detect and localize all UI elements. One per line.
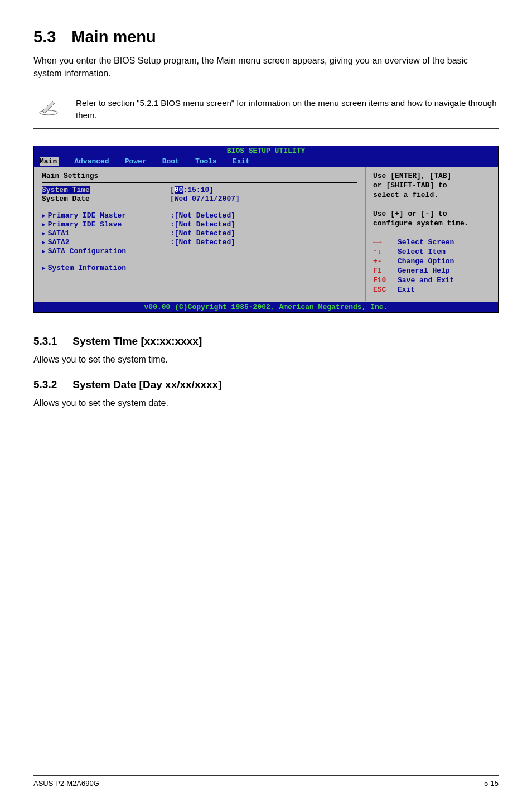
- section-title: Main menu: [71, 28, 156, 46]
- bios-item: ▶SATA2:[Not Detected]: [42, 238, 357, 247]
- bios-menu-tools: Tools: [195, 157, 217, 166]
- bios-panel-title: Main Settings: [42, 172, 357, 180]
- bios-footer: v00.00 (C)Copyright 1985-2002, American …: [34, 301, 498, 312]
- bios-main-panel: Main Settings System Time [00:15:10] Sys…: [34, 167, 365, 301]
- bios-menu-advanced: Advanced: [74, 157, 109, 166]
- bios-title-bar: BIOS SETUP UTILITY: [34, 146, 498, 156]
- pencil-note-icon: [38, 97, 59, 117]
- system-time-label: System Time: [42, 186, 90, 194]
- bios-item: ▶SATA Configuration: [42, 247, 357, 255]
- subsection-body: Allows you to set the system time.: [33, 353, 499, 366]
- bios-menu-exit: Exit: [233, 157, 250, 166]
- triangle-icon: ▶: [42, 230, 46, 237]
- bios-item: ▶Primary IDE Master:[Not Detected]: [42, 211, 357, 220]
- subsection-body: Allows you to set the system date.: [33, 397, 499, 410]
- system-time-value: [00:15:10]: [170, 186, 214, 194]
- key-f10: F10: [373, 276, 398, 284]
- bios-screenshot: BIOS SETUP UTILITY Main Advanced Power B…: [33, 146, 499, 313]
- bios-help-text: Use [ENTER], [TAB] or [SHIFT-TAB] to sel…: [373, 172, 491, 229]
- bios-help-panel: Use [ENTER], [TAB] or [SHIFT-TAB] to sel…: [365, 167, 498, 301]
- key-arrows-lr-icon: ←→: [373, 238, 398, 247]
- bios-item: ▶Primary IDE Slave:[Not Detected]: [42, 220, 357, 229]
- bios-title: BIOS SETUP UTILITY: [227, 147, 305, 155]
- subsection-heading: 5.3.1System Time [xx:xx:xxxx]: [33, 335, 499, 347]
- triangle-icon: ▶: [42, 221, 46, 228]
- key-esc: ESC: [373, 286, 398, 294]
- bios-help-keys: ←→Select Screen ↑↓Select Item +-Change O…: [373, 238, 491, 294]
- bios-item: ▶SATA1:[Not Detected]: [42, 229, 357, 238]
- bios-row-system-date: System Date [Wed 07/11/2007]: [42, 195, 357, 203]
- key-f1: F1: [373, 267, 398, 275]
- triangle-icon: ▶: [42, 248, 46, 255]
- key-arrows-ud-icon: ↑↓: [373, 248, 398, 256]
- triangle-icon: ▶: [42, 212, 46, 219]
- intro-paragraph: When you enter the BIOS Setup program, t…: [33, 54, 499, 80]
- triangle-icon: ▶: [42, 265, 46, 272]
- system-date-label: System Date: [42, 195, 170, 203]
- note-text: Refer to section "5.2.1 BIOS menu screen…: [76, 97, 499, 122]
- section-number: 5.3: [33, 28, 56, 46]
- subsection-title: System Date [Day xx/xx/xxxx]: [72, 379, 221, 390]
- note-callout: Refer to section "5.2.1 BIOS menu screen…: [33, 91, 499, 129]
- key-plusminus-icon: +-: [373, 257, 398, 265]
- bios-item: ▶System Information: [42, 264, 357, 272]
- bios-body: Main Settings System Time [00:15:10] Sys…: [34, 167, 498, 301]
- bios-menu-power: Power: [125, 157, 147, 166]
- section-heading: 5.3Main menu: [33, 28, 499, 46]
- bios-menu-boot: Boot: [162, 157, 180, 166]
- subsection-heading: 5.3.2System Date [Day xx/xx/xxxx]: [33, 379, 499, 391]
- bios-row-system-time: System Time [00:15:10]: [42, 186, 357, 194]
- system-date-value: [Wed 07/11/2007]: [170, 195, 240, 203]
- subsection-title: System Time [xx:xx:xxxx]: [72, 335, 202, 347]
- subsection-number: 5.3.2: [33, 379, 57, 390]
- bios-menu-bar: Main Advanced Power Boot Tools Exit: [34, 156, 498, 167]
- bios-menu-main: Main: [40, 157, 59, 166]
- triangle-icon: ▶: [42, 239, 46, 246]
- bios-divider: [42, 182, 357, 183]
- bios-copyright: v00.00 (C)Copyright 1985-2002, American …: [144, 303, 388, 311]
- subsection-number: 5.3.1: [33, 335, 57, 347]
